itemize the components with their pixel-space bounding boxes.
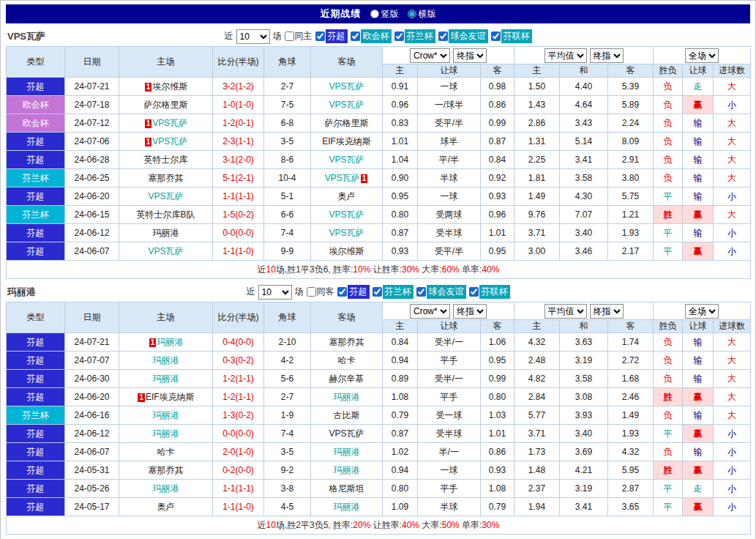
avg-home-cell: 1.48 — [514, 461, 560, 480]
same-venue-checkbox[interactable] — [285, 31, 294, 41]
red-card-badge: 1 — [361, 174, 368, 183]
result-cell: 负 — [654, 114, 683, 133]
league-type-cell: 芬超 — [7, 443, 65, 461]
avg-away-cell: 2.72 — [608, 352, 654, 370]
date-cell: 24-07-21 — [65, 333, 119, 352]
league-checkbox[interactable] — [315, 31, 325, 41]
handicap-result-cell: 走 — [683, 78, 714, 96]
avg-source-select[interactable]: 平均值 — [544, 304, 587, 319]
league-checkbox[interactable] — [337, 287, 347, 297]
date-cell: 24-05-26 — [65, 480, 119, 498]
league-filter-0[interactable]: 芬超 — [337, 285, 370, 299]
league-filter-4[interactable]: 芬联杯 — [491, 29, 532, 43]
view-radio-vertical[interactable] — [370, 10, 379, 18]
result-cell: 胜 — [654, 206, 683, 224]
avg-home-cell: 2.84 — [514, 388, 560, 406]
league-checkbox[interactable] — [416, 287, 426, 297]
odds-stage-select[interactable]: 终指 — [453, 304, 487, 319]
summary-segment: 50% — [442, 520, 460, 530]
view-option-horizontal[interactable]: 横版 — [408, 8, 436, 21]
league-type-cell: 欧会杯 — [7, 96, 65, 114]
home-team-cell: 玛丽港 — [119, 370, 213, 388]
handicap-result-cell: 输 — [683, 169, 714, 187]
league-type-cell: 芬超 — [7, 498, 65, 516]
goals-cell: 小 — [714, 498, 751, 516]
league-filter-1[interactable]: 欧会杯 — [351, 29, 392, 43]
home-team-cell: VPS瓦萨 — [119, 187, 213, 206]
league-checkbox[interactable] — [491, 31, 501, 41]
results-table: 类型日期主场比分(半场)角球客场Crow*终指平均值终指全场主让球客主和客胜负让… — [6, 302, 751, 535]
summary-segment: 让胜率: — [370, 264, 402, 275]
odds-source-select[interactable]: Crow* — [410, 48, 450, 63]
summary-cell: 近10场,胜2平3负5, 胜率:20% 让胜率:40% 大率:50% 单率:30… — [7, 516, 751, 535]
odds-handicap-cell: 半/一 — [418, 443, 481, 461]
home-team-cell: 玛丽港 — [119, 480, 213, 498]
filter-controls: 近10场同主芬超欧会杯芬兰杯球会友谊芬联杯 — [225, 29, 532, 44]
avg-draw-cell: 3.40 — [560, 425, 608, 443]
view-option-vertical[interactable]: 竖版 — [370, 8, 399, 21]
avg-draw-cell: 4.40 — [560, 78, 608, 96]
avg-source-select[interactable]: 平均值 — [544, 48, 587, 63]
score-cell: 1-5(0-2) — [213, 206, 264, 224]
same-venue-checkbox[interactable] — [307, 287, 316, 297]
summary-segment: 30% — [402, 264, 419, 275]
same-venue-filter[interactable]: 同客 — [307, 286, 334, 298]
section-team-name: VPS瓦萨 — [7, 30, 45, 43]
same-venue-filter[interactable]: 同主 — [285, 30, 312, 42]
odds-away-cell: 0.95 — [481, 352, 514, 370]
header-sub-odds-home: 主 — [383, 64, 418, 78]
odds-away-cell: 0.95 — [481, 242, 514, 261]
date-cell: 24-05-17 — [65, 498, 119, 516]
team-name-text: 埃尔维斯 — [152, 81, 187, 92]
header-col-corner: 角球 — [264, 47, 311, 78]
avg-stage-select[interactable]: 终指 — [590, 304, 624, 319]
league-filter-2[interactable]: 球会友谊 — [416, 285, 466, 299]
odds-group-header: Crow*终指 — [383, 47, 514, 64]
recent-count-select[interactable]: 10 — [236, 29, 270, 44]
avg-home-cell: 2.48 — [514, 352, 560, 370]
date-cell: 24-06-20 — [65, 187, 119, 206]
header-sub-handicap: 让球 — [683, 64, 714, 78]
summary-segment: 场,胜2平3负5, 胜率: — [276, 520, 353, 530]
league-filter-3[interactable]: 芬联杯 — [469, 285, 510, 299]
league-checkbox[interactable] — [469, 287, 479, 297]
away-team-cell: 格尼斯坦 — [311, 480, 383, 498]
match-row: 芬超24-06-12玛丽港0-0(0-0)7-4VPS瓦萨0.87受半球1.01… — [7, 224, 751, 242]
result-cell: 负 — [654, 443, 683, 461]
avg-home-cell: 4.32 — [514, 333, 560, 352]
away-team-cell: 塞那乔其 — [311, 333, 383, 352]
header-col-home: 主场 — [119, 302, 213, 333]
team-name-text: VPS瓦萨 — [325, 173, 360, 183]
league-filter-3[interactable]: 球会友谊 — [438, 29, 488, 43]
red-card-badge: 1 — [138, 393, 145, 402]
fulltime-select[interactable]: 全场 — [685, 48, 719, 63]
date-cell: 24-06-20 — [65, 388, 119, 406]
goals-cell: 小 — [714, 425, 751, 443]
league-filter-1[interactable]: 芬兰杯 — [373, 285, 413, 299]
corner-cell: 3-8 — [264, 480, 311, 498]
league-checkbox[interactable] — [351, 31, 360, 41]
match-row: 芬兰杯24-06-25塞那乔其5-1(2-1)10-4VPS瓦萨10.90半球0… — [7, 169, 751, 187]
league-filter-0[interactable]: 芬超 — [315, 29, 348, 43]
league-filter-2[interactable]: 芬兰杯 — [394, 29, 435, 43]
avg-stage-select[interactable]: 终指 — [590, 48, 624, 63]
fulltime-select[interactable]: 全场 — [685, 304, 719, 319]
view-radio-horizontal[interactable] — [408, 10, 416, 18]
odds-source-select[interactable]: Crow* — [410, 304, 450, 319]
page: 近期战绩 竖版 横版 VPS瓦萨近10场同主芬超欧会杯芬兰杯球会友谊芬联杯类型日… — [0, 0, 756, 539]
date-cell: 24-06-28 — [65, 151, 119, 169]
league-checkbox[interactable] — [438, 31, 448, 41]
odds-stage-select[interactable]: 终指 — [453, 48, 487, 63]
recent-count-select[interactable]: 10 — [258, 285, 292, 300]
league-checkbox[interactable] — [373, 287, 382, 297]
odds-home-cell: 1.04 — [383, 151, 418, 169]
header-sub-goals: 进球数 — [714, 320, 751, 333]
avg-home-cell: 1.50 — [514, 78, 560, 96]
home-team-cell: 奥卢 — [119, 498, 213, 516]
league-checkbox[interactable] — [394, 31, 404, 41]
avg-away-cell: 2.24 — [608, 114, 654, 133]
corner-cell: 8-6 — [264, 151, 311, 169]
goals-cell: 大 — [714, 352, 751, 370]
score-cell: 3-1(2-0) — [213, 151, 264, 169]
home-team-cell: 哈卡 — [119, 443, 213, 461]
